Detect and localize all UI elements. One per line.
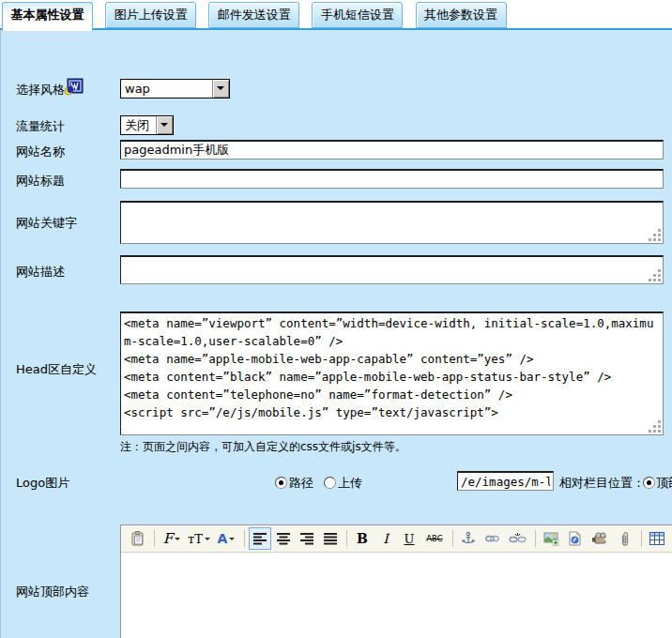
logo-path-radio-label[interactable]: 路径	[289, 475, 313, 492]
logo-position-top-radio-label[interactable]: 顶部	[656, 475, 672, 492]
toolbar-separator	[346, 530, 347, 547]
attachment-icon[interactable]	[614, 527, 636, 550]
logo-position-top-radio[interactable]	[643, 477, 655, 489]
keywords-resize-grip[interactable]	[650, 231, 662, 242]
site-name-input[interactable]	[120, 140, 664, 160]
align-right-icon[interactable]	[296, 527, 318, 550]
align-left-icon[interactable]	[249, 527, 271, 550]
toolbar-separator	[244, 530, 245, 547]
keywords-textarea[interactable]	[120, 201, 664, 244]
style-select[interactable]: wap	[120, 79, 230, 99]
align-center-icon[interactable]	[272, 527, 295, 550]
underline-icon[interactable]: U	[398, 527, 420, 550]
toolbar-separator	[452, 530, 453, 547]
tab-image-upload-settings[interactable]: 图片上传设置	[105, 2, 196, 28]
toolbar-separator	[535, 530, 536, 547]
site-title-label: 网站标题	[16, 173, 65, 190]
site-name-label: 网站名称	[16, 144, 65, 160]
head-custom-code: <meta name=”viewport” content=”width=dev…	[121, 313, 663, 422]
top-content-label: 网站顶部内容	[16, 584, 89, 600]
link-icon[interactable]	[481, 527, 503, 550]
chevron-down-icon	[205, 538, 210, 540]
chevron-down-icon	[175, 538, 180, 540]
description-textarea[interactable]	[120, 255, 664, 284]
logo-upload-radio[interactable]	[324, 477, 336, 489]
description-resize-grip[interactable]	[650, 271, 662, 282]
logo-upload-radio-label[interactable]: 上传	[338, 475, 362, 492]
logo-position-label: 相对栏目位置：	[559, 475, 645, 492]
font-family-icon[interactable]: F	[159, 527, 185, 550]
traffic-select[interactable]: 关闭	[120, 115, 174, 135]
logo-label: Logo图片	[16, 475, 69, 492]
traffic-select-arrow-icon[interactable]	[156, 116, 173, 134]
unlink-icon[interactable]	[504, 527, 530, 550]
head-custom-label: Head区自定义	[16, 361, 97, 378]
style-preview-icon[interactable]	[64, 78, 84, 97]
head-custom-textarea[interactable]: <meta name=”viewport” content=”width=dev…	[120, 311, 664, 435]
font-size-icon[interactable]: тT	[186, 527, 212, 550]
head-custom-note: 注：页面之间内容，可加入自定义的css文件或js文件等。	[120, 439, 406, 455]
description-text	[121, 257, 663, 259]
strikethrough-icon[interactable]: ABC	[421, 527, 448, 550]
paste-icon[interactable]	[127, 527, 149, 550]
insert-image-icon[interactable]	[540, 527, 562, 550]
bold-icon[interactable]: B	[351, 527, 374, 550]
style-label: 选择风格	[16, 82, 65, 99]
top-content-editor: F тT A	[120, 524, 672, 638]
traffic-label: 流量统计	[16, 118, 65, 135]
traffic-select-value: 关闭	[125, 117, 149, 133]
tab-basic-settings[interactable]: 基本属性设置	[2, 2, 93, 31]
toolbar-separator	[154, 530, 155, 547]
align-justify-icon[interactable]	[319, 527, 342, 550]
tab-sms-settings[interactable]: 手机短信设置	[312, 2, 403, 28]
italic-icon[interactable]: I	[374, 527, 397, 550]
font-color-icon[interactable]: A	[213, 527, 239, 550]
tab-mail-send-settings[interactable]: 邮件发送设置	[208, 2, 299, 28]
anchor-icon[interactable]	[457, 527, 480, 550]
insert-media-icon[interactable]	[587, 527, 613, 550]
style-select-value: wap	[125, 81, 150, 97]
editor-content-area[interactable]	[121, 553, 672, 638]
insert-flash-icon[interactable]	[563, 527, 586, 550]
chevron-down-icon	[229, 538, 235, 540]
editor-toolbar: F тT A	[121, 525, 672, 553]
style-select-arrow-icon[interactable]	[212, 80, 229, 98]
tab-other-param-settings[interactable]: 其他参数设置	[416, 2, 507, 28]
logo-path-radio[interactable]	[275, 477, 287, 489]
settings-tabbar: 基本属性设置 图片上传设置 邮件发送设置 手机短信设置 其他参数设置	[2, 2, 515, 30]
site-title-input[interactable]	[120, 169, 664, 189]
toolbar-separator	[641, 530, 642, 547]
logo-path-input[interactable]	[457, 471, 554, 491]
table-icon[interactable]	[646, 527, 668, 550]
keywords-label: 网站关键字	[16, 215, 77, 232]
keywords-text	[121, 203, 663, 205]
basic-settings-panel: 选择风格 wap 流量统计 关闭 网站名称 网站标题 网站关键字 网站描述 He…	[0, 30, 672, 638]
description-label: 网站描述	[16, 264, 65, 281]
head-custom-resize-grip[interactable]	[650, 422, 662, 433]
